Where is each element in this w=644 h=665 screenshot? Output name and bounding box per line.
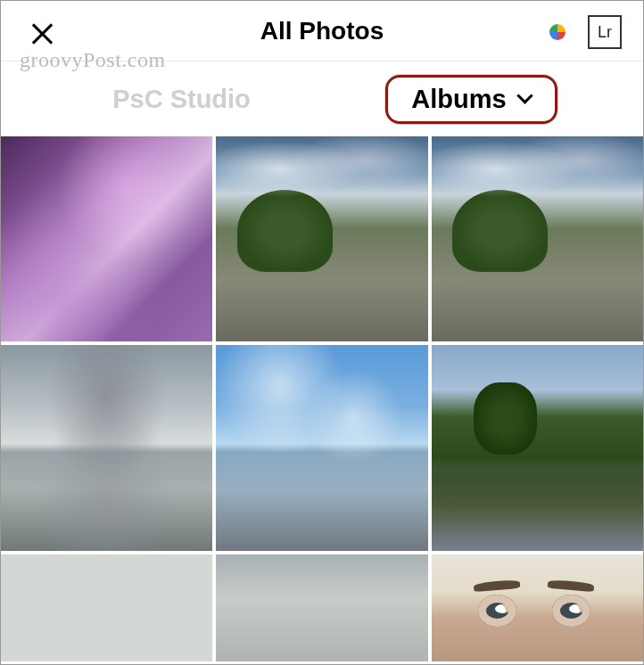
tab-psc-studio[interactable]: PsC Studio (28, 85, 326, 114)
chevron-down-icon (517, 90, 532, 104)
photo-grid (1, 136, 643, 661)
tabs-bar: PsC Studio Albums (1, 62, 643, 136)
tab-albums-label: Albums (411, 85, 506, 114)
header-actions: Lr (541, 15, 622, 49)
photo-thumbnail[interactable] (432, 136, 643, 341)
photo-thumbnail[interactable] (432, 345, 643, 550)
photo-thumbnail[interactable] (1, 345, 212, 550)
photo-thumbnail[interactable] (216, 345, 427, 550)
photo-thumbnail[interactable] (216, 554, 427, 661)
google-photos-icon[interactable] (541, 16, 574, 48)
close-icon[interactable] (29, 22, 54, 47)
photo-thumbnail[interactable] (1, 554, 212, 661)
photo-thumbnail[interactable] (432, 554, 643, 661)
photo-thumbnail[interactable] (1, 136, 212, 341)
watermark-text: groovyPost.com (20, 48, 166, 72)
page-title: All Photos (260, 17, 384, 45)
lightroom-icon[interactable]: Lr (588, 15, 622, 49)
lightroom-icon-label: Lr (598, 23, 612, 42)
photo-thumbnail[interactable] (216, 136, 427, 341)
tab-albums-dropdown[interactable]: Albums (385, 75, 557, 124)
